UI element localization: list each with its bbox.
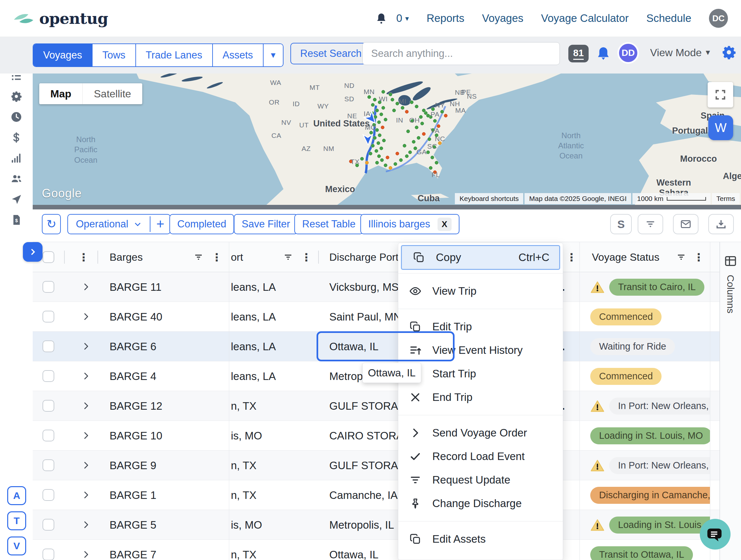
reset-search-button[interactable]: Reset Search <box>290 43 372 64</box>
expand-row-icon[interactable] <box>81 520 91 530</box>
vessel-marker[interactable] <box>381 126 385 129</box>
vessel-marker[interactable] <box>375 161 379 165</box>
table-row[interactable]: BARGE 11 leans, LA Vicksburg, MS...Trans… <box>33 272 720 302</box>
map-type-satellite[interactable]: Satellite <box>82 83 142 104</box>
row-checkbox[interactable] <box>43 370 54 382</box>
search-input[interactable] <box>371 48 551 60</box>
column-header-discharge-port[interactable]: Discharge Port <box>329 242 399 272</box>
vessel-marker[interactable] <box>389 93 392 96</box>
shortcut-button-v[interactable]: V <box>7 537 26 555</box>
nav-link-voyage-calculator[interactable]: Voyage Calculator <box>541 12 629 24</box>
gear-icon[interactable] <box>10 90 22 102</box>
workspace-avatar[interactable]: DD <box>617 42 639 64</box>
tab-tows[interactable]: Tows <box>92 44 135 66</box>
vessel-marker[interactable] <box>432 145 436 149</box>
expand-row-icon[interactable] <box>81 550 91 559</box>
user-avatar[interactable]: DC <box>709 9 728 28</box>
filter-icon[interactable] <box>283 242 293 272</box>
email-tool-button[interactable] <box>673 214 698 234</box>
brand-logo[interactable]: opentug <box>13 9 108 27</box>
vessel-marker[interactable] <box>386 156 390 159</box>
vessel-marker[interactable] <box>422 108 425 112</box>
row-checkbox[interactable] <box>43 519 54 531</box>
clock-icon[interactable] <box>10 111 22 123</box>
table-row[interactable]: BARGE 5 is, MO Metropolis, IL.Loading in… <box>33 510 720 540</box>
vessel-marker[interactable] <box>373 98 377 102</box>
menu-item-copy[interactable]: CopyCtrl+C <box>401 245 560 270</box>
vessel-marker[interactable] <box>382 139 386 143</box>
vessel-marker[interactable] <box>413 147 417 150</box>
vessel-marker[interactable] <box>431 128 434 132</box>
row-checkbox[interactable] <box>43 430 54 442</box>
settings-gear-icon[interactable] <box>721 45 736 60</box>
global-search[interactable] <box>362 42 560 65</box>
vessel-marker[interactable] <box>367 95 371 99</box>
vessel-marker[interactable] <box>403 144 406 148</box>
column-menu-icon[interactable]: ⋮ <box>211 242 222 272</box>
column-menu-icon[interactable]: ⋮ <box>566 242 577 272</box>
preset-dropdown[interactable]: Operational <box>68 218 150 230</box>
vessel-marker[interactable] <box>378 101 382 104</box>
completed-filter-button[interactable]: Completed <box>170 214 234 234</box>
row-checkbox[interactable] <box>43 400 54 412</box>
vessel-marker[interactable] <box>401 106 404 109</box>
vessel-marker[interactable] <box>405 155 408 158</box>
map-fullscreen-button[interactable] <box>708 82 733 107</box>
vessel-marker[interactable] <box>391 98 394 102</box>
row-checkbox[interactable] <box>43 489 54 501</box>
vessel-marker[interactable] <box>384 117 387 121</box>
table-row[interactable]: BARGE 7 n, TX Ottawa, ILTransit to Ottaw… <box>33 540 720 560</box>
table-row[interactable]: BARGE 40 leans, LA Saint Paul, MNCommenc… <box>33 302 720 332</box>
expand-row-icon[interactable] <box>81 490 91 500</box>
row-checkbox[interactable] <box>43 549 54 560</box>
column-menu-icon[interactable]: ⋮ <box>301 242 312 272</box>
vessel-marker[interactable] <box>430 156 434 159</box>
vessel-marker[interactable] <box>382 106 385 109</box>
vessel-marker[interactable] <box>410 101 413 104</box>
menu-item-view-trip[interactable]: View Trip <box>398 279 563 303</box>
vessel-marker[interactable] <box>426 114 430 117</box>
vessel-marker[interactable] <box>406 130 410 133</box>
row-checkbox[interactable] <box>43 459 54 471</box>
vessel-marker[interactable] <box>355 164 359 167</box>
vessel-marker[interactable] <box>365 161 369 165</box>
notification-count[interactable]: 0 ▾ <box>396 12 409 24</box>
vessel-marker[interactable] <box>427 138 431 141</box>
chat-widget-button[interactable] <box>700 519 731 550</box>
vessel-marker[interactable] <box>405 110 408 113</box>
vessel-marker[interactable] <box>396 102 399 105</box>
map-canvas[interactable]: WAMTNDMNORIDWYSDWIMIIANENVUTCAAZNMTXMOIN… <box>33 74 741 205</box>
vessel-marker[interactable] <box>426 151 430 154</box>
vessel-marker[interactable] <box>371 103 375 107</box>
expand-row-icon[interactable] <box>81 430 91 441</box>
vessel-marker[interactable] <box>396 152 399 156</box>
view-mode-dropdown[interactable]: View Mode▼ <box>650 47 712 59</box>
active-filter-chip[interactable]: Illinois barges X <box>360 214 460 234</box>
row-checkbox[interactable] <box>43 281 54 293</box>
refresh-button[interactable]: ↻ <box>42 214 61 234</box>
menu-item-edit-trip[interactable]: Edit Trip <box>398 315 563 338</box>
nav-link-schedule[interactable]: Schedule <box>646 12 691 24</box>
vessel-marker[interactable] <box>433 119 437 123</box>
menu-item-end-trip[interactable]: End Trip <box>398 386 563 409</box>
currency-tool-button[interactable]: S <box>610 214 632 234</box>
shortcut-button-a[interactable]: A <box>7 486 26 505</box>
columns-panel-toggle[interactable]: Columns <box>720 242 741 560</box>
vessel-marker[interactable] <box>377 142 380 145</box>
vessel-marker[interactable] <box>420 122 424 125</box>
vessel-marker[interactable] <box>429 166 432 170</box>
vessel-marker[interactable] <box>379 112 383 116</box>
vessel-marker[interactable] <box>375 108 379 112</box>
vessel-marker[interactable] <box>434 161 438 165</box>
filter-tool-button[interactable] <box>638 214 663 234</box>
keyboard-shortcuts-link[interactable]: Keyboard shortcuts <box>455 193 523 204</box>
filter-icon[interactable] <box>194 242 203 272</box>
expand-row-icon[interactable] <box>81 460 91 470</box>
shortcut-button-t[interactable]: T <box>7 511 26 530</box>
vessel-marker[interactable] <box>392 108 396 112</box>
chart-icon[interactable] <box>10 152 22 164</box>
tab-voyages[interactable]: Voyages <box>33 44 92 66</box>
vessel-marker[interactable] <box>422 132 425 136</box>
nav-link-voyages[interactable]: Voyages <box>482 12 524 24</box>
vessel-marker[interactable] <box>377 155 381 158</box>
